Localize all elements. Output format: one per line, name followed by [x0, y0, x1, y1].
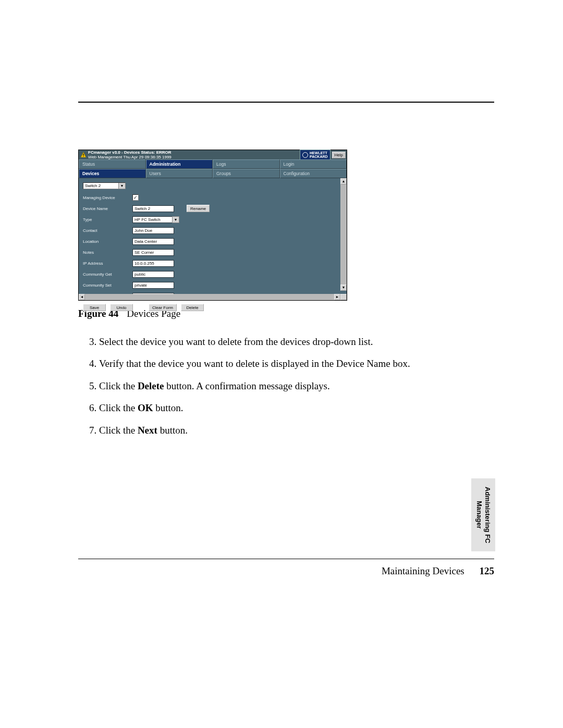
chapter-tab-label: Administering FCManager [475, 487, 491, 543]
type-select[interactable]: HP FC Switch ▼ [132, 216, 179, 223]
clear-form-button[interactable]: Clear Form [149, 304, 177, 311]
top-rule [78, 102, 494, 103]
tab-login[interactable]: Login [280, 159, 347, 169]
chevron-down-icon[interactable]: ▼ [118, 183, 125, 189]
label-managing-device: Managing Device [83, 195, 132, 200]
instruction-step: Click the Delete button. A confirmation … [99, 378, 494, 394]
secondary-tabs: Devices Users Groups Configuration [79, 169, 347, 178]
svg-rect-2 [83, 156, 83, 156]
delete-button[interactable]: Delete [181, 304, 204, 311]
scroll-right-icon[interactable]: ► [334, 294, 340, 300]
primary-tabs: Status Administration Logs Login [79, 159, 347, 169]
undo-button[interactable]: Undo [110, 304, 133, 311]
chapter-tab: Administering FCManager [471, 478, 495, 551]
vertical-scrollbar[interactable]: ▲ ▼ [340, 178, 347, 291]
community-get-field[interactable]: public [132, 271, 174, 278]
instruction-step: Click the OK button. [99, 400, 494, 416]
instruction-step: Click the Next button. [99, 423, 494, 438]
device-form-panel: Switch 2 ▼ Managing Device ✓ Device Name… [79, 178, 347, 300]
scroll-left-icon[interactable]: ◄ [79, 294, 85, 300]
footer-rule [78, 559, 494, 559]
tab-users[interactable]: Users [146, 169, 213, 178]
warning-icon [81, 152, 86, 157]
device-select-value: Switch 2 [85, 183, 101, 188]
horizontal-scrollbar[interactable]: ◄ ► [79, 294, 340, 300]
label-location: Location [83, 239, 132, 244]
tab-status[interactable]: Status [79, 159, 146, 169]
tab-groups[interactable]: Groups [213, 169, 280, 178]
page-number: 125 [480, 565, 495, 576]
save-button[interactable]: Save [83, 304, 106, 311]
instruction-step: Select the device you want to delete fro… [99, 334, 494, 350]
label-notes: Notes [83, 250, 132, 255]
managing-device-checkbox[interactable]: ✓ [132, 194, 139, 201]
screenshot-devices-page: FCmanager v3.0 - Devices Status: ERROR W… [78, 150, 347, 301]
label-type: Type [83, 217, 132, 222]
help-button[interactable]: Help [332, 152, 346, 158]
footer-section: Maintaining Devices [382, 565, 464, 576]
notes-field[interactable]: SE Corner [132, 249, 174, 256]
ip-field[interactable]: 10.0.0.255 [132, 260, 174, 267]
form-buttons: Save Undo Clear Form Delete [83, 304, 341, 311]
tab-logs[interactable]: Logs [213, 159, 280, 169]
tab-devices[interactable]: Devices [79, 169, 146, 178]
label-ip: IP Address [83, 261, 132, 266]
tab-administration[interactable]: Administration [146, 159, 213, 169]
hp-logo: HEWLETTPACKARD [300, 150, 330, 160]
label-device-name: Device Name [83, 206, 132, 211]
device-name-field[interactable]: Switch 2 [132, 205, 174, 212]
label-community-get: Community Get [83, 272, 132, 277]
label-contact: Contact [83, 228, 132, 233]
device-select[interactable]: Switch 2 ▼ [83, 182, 126, 189]
rename-button[interactable]: Rename [187, 205, 210, 212]
scroll-corner [340, 294, 347, 300]
svg-rect-1 [83, 154, 83, 156]
contact-field[interactable]: John Doe [132, 227, 174, 234]
community-set-field[interactable]: private [132, 282, 174, 289]
instruction-list: Select the device you want to delete fro… [78, 334, 494, 438]
window-titlebar: FCmanager v3.0 - Devices Status: ERROR W… [79, 150, 347, 159]
scroll-up-icon[interactable]: ▲ [340, 178, 347, 184]
instruction-step: Verify that the device you want to delet… [99, 356, 494, 372]
window-title: FCmanager v3.0 - Devices Status: ERROR W… [88, 150, 172, 159]
label-community-set: Community Set [83, 283, 132, 288]
location-field[interactable]: Data Center [132, 238, 174, 245]
type-value: HP FC Switch [134, 217, 161, 222]
chevron-down-icon[interactable]: ▼ [172, 216, 179, 223]
tab-configuration[interactable]: Configuration [280, 169, 347, 178]
page-footer: Maintaining Devices 125 [78, 565, 494, 577]
scroll-down-icon[interactable]: ▼ [340, 285, 347, 291]
